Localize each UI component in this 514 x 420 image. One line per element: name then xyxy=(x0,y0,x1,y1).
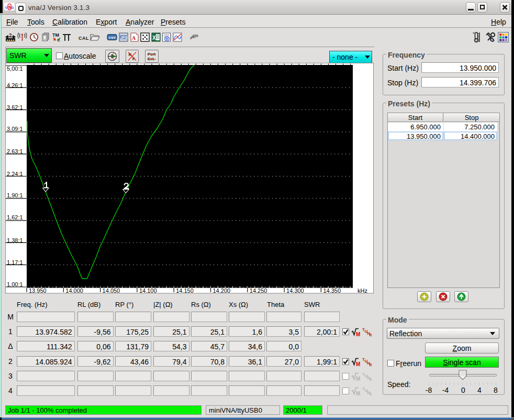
svg-text:M: M xyxy=(356,376,360,382)
svg-text:CAL: CAL xyxy=(79,36,89,41)
svg-text:1,00:1: 1,00:1 xyxy=(7,281,23,288)
svg-text:1,62:1: 1,62:1 xyxy=(7,214,23,220)
svg-text:JPG: JPG xyxy=(120,36,128,39)
svg-text:2,63:1: 2,63:1 xyxy=(7,148,23,154)
svg-text:3,09:1: 3,09:1 xyxy=(7,126,23,132)
svg-text:A: A xyxy=(132,35,136,41)
svg-text:TM: TM xyxy=(52,32,59,38)
svg-text:E: E xyxy=(370,333,373,337)
svg-text:14.050: 14.050 xyxy=(103,288,120,294)
svg-text:14.000: 14.000 xyxy=(65,288,83,294)
svg-text:csv: csv xyxy=(109,35,116,40)
svg-text:X: X xyxy=(152,35,156,41)
svg-text:13.950: 13.950 xyxy=(29,288,47,294)
svg-text:14.200: 14.200 xyxy=(213,288,231,294)
svg-text:5,00:1: 5,00:1 xyxy=(7,65,23,72)
svg-text:M: M xyxy=(356,331,360,337)
svg-text:2,24:1: 2,24:1 xyxy=(7,171,23,177)
svg-text:14.150: 14.150 xyxy=(176,288,194,294)
svg-text:v: v xyxy=(5,5,8,10)
svg-text:E: E xyxy=(370,362,373,367)
svg-text:E: E xyxy=(370,392,373,396)
svg-text:E: E xyxy=(370,377,373,381)
svg-text:a: a xyxy=(12,5,14,10)
svg-text:1,90:1: 1,90:1 xyxy=(7,192,23,198)
svg-text:1,17:1: 1,17:1 xyxy=(7,259,23,266)
svg-text:1,38:1: 1,38:1 xyxy=(7,237,23,244)
svg-text:M: M xyxy=(356,361,360,367)
svg-text:14.100: 14.100 xyxy=(139,288,157,294)
svg-text:14.250: 14.250 xyxy=(250,288,267,294)
svg-text:3,62:1: 3,62:1 xyxy=(7,104,23,110)
svg-text:4,26:1: 4,26:1 xyxy=(7,82,23,89)
svg-text:kHz: kHz xyxy=(357,288,367,294)
svg-text:M: M xyxy=(356,391,360,396)
svg-text:C: C xyxy=(57,38,60,42)
svg-text:14.300: 14.300 xyxy=(286,288,304,294)
svg-text:14.350: 14.350 xyxy=(323,288,341,294)
